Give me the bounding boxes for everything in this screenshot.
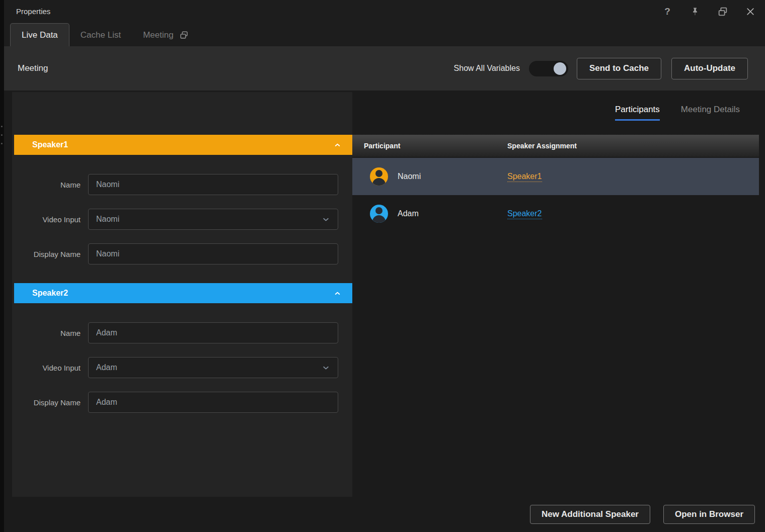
participant-avatar-icon	[370, 167, 388, 186]
name-label: Name	[12, 181, 88, 189]
float-window-icon[interactable]	[716, 5, 729, 18]
speaker2-video-input-select[interactable]: Adam	[88, 357, 338, 378]
show-all-variables-label: Show All Variables	[454, 64, 520, 73]
tab-bar: Live Data Cache List Meeting	[4, 23, 765, 47]
float-window-icon	[717, 6, 728, 17]
speaker1-section-title: Speaker1	[32, 140, 68, 149]
footer-buttons: New Additional Speaker Open in Browser	[530, 505, 755, 524]
collapse-chevron-up-icon[interactable]	[334, 141, 341, 149]
window-edge	[0, 0, 4, 532]
speaker1-section-header[interactable]: Speaker1	[14, 135, 352, 155]
display-name-label: Display Name	[12, 398, 88, 407]
pin-icon	[690, 7, 700, 17]
speaker1-section: Speaker1 Name Video Input Naomi	[12, 135, 352, 264]
close-icon	[745, 7, 755, 17]
main-content: Participants Meeting Details Speaker1 Na…	[4, 91, 765, 532]
video-input-label: Video Input	[12, 215, 88, 224]
speaker2-video-input-row: Video Input Adam	[12, 357, 338, 378]
speaker2-name-row: Name	[12, 322, 338, 343]
pop-out-icon[interactable]	[179, 30, 189, 40]
speaker1-video-input-value: Naomi	[96, 215, 119, 224]
new-additional-speaker-button[interactable]: New Additional Speaker	[530, 505, 650, 524]
tab-cache-list[interactable]: Cache List	[69, 23, 132, 47]
display-name-label: Display Name	[12, 250, 88, 258]
speaker1-video-input-row: Video Input Naomi	[12, 209, 338, 230]
column-header-speaker-assignment: Speaker Assignment	[507, 142, 577, 150]
participant-name: Naomi	[398, 172, 421, 181]
tab-meeting-label: Meeting	[143, 30, 173, 40]
speaker2-display-name-input[interactable]	[88, 392, 338, 413]
speaker-assignment-link[interactable]: Speaker1	[507, 171, 542, 182]
table-header: Participant Speaker Assignment	[352, 135, 759, 157]
table-row[interactable]: Adam Speaker2	[352, 195, 759, 232]
speaker1-name-input[interactable]	[88, 174, 338, 195]
chevron-down-icon	[322, 215, 330, 224]
speaker2-display-name-row: Display Name	[12, 392, 338, 413]
table-row[interactable]: Naomi Speaker1	[352, 158, 759, 195]
source-title: Meeting	[18, 63, 48, 73]
video-input-label: Video Input	[12, 364, 88, 372]
tab-participants[interactable]: Participants	[615, 105, 660, 121]
speaker2-section: Speaker2 Name Video Input Adam	[12, 283, 352, 413]
speaker1-display-name-row: Display Name	[12, 243, 338, 264]
speaker2-section-title: Speaker2	[32, 289, 68, 298]
toolbar: Meeting Show All Variables Send to Cache…	[4, 46, 765, 91]
title-bar: Properties ?	[4, 0, 765, 23]
tab-live-data-label: Live Data	[22, 30, 58, 40]
auto-update-button[interactable]: Auto-Update	[671, 58, 748, 79]
speaker2-video-input-value: Adam	[96, 363, 117, 372]
toggle-knob	[554, 62, 566, 75]
speakers-panel: Speaker1 Name Video Input Naomi	[12, 92, 352, 497]
column-header-participant: Participant	[352, 142, 507, 150]
participants-table: Participant Speaker Assignment Naomi Spe…	[352, 135, 759, 232]
participant-name: Adam	[398, 209, 419, 218]
tab-live-data[interactable]: Live Data	[10, 23, 69, 47]
tab-cache-list-label: Cache List	[81, 30, 121, 40]
view-tabs: Participants Meeting Details	[615, 105, 740, 121]
help-icon[interactable]: ?	[661, 5, 674, 18]
show-all-variables-toggle[interactable]	[529, 61, 568, 76]
name-label: Name	[12, 329, 88, 337]
close-icon[interactable]	[744, 5, 757, 18]
speaker1-display-name-input[interactable]	[88, 243, 338, 264]
speaker2-section-header[interactable]: Speaker2	[14, 283, 352, 303]
tab-meeting[interactable]: Meeting	[132, 23, 199, 47]
tab-meeting-details[interactable]: Meeting Details	[681, 105, 740, 121]
speaker1-video-input-select[interactable]: Naomi	[88, 209, 338, 230]
participant-avatar-icon	[370, 205, 388, 223]
speaker-assignment-link[interactable]: Speaker2	[507, 209, 542, 219]
properties-window: Properties ? Live Data	[0, 0, 765, 532]
speaker2-name-input[interactable]	[88, 322, 338, 343]
send-to-cache-button[interactable]: Send to Cache	[577, 58, 661, 79]
pin-icon[interactable]	[688, 5, 702, 18]
speaker1-name-row: Name	[12, 174, 338, 195]
collapse-chevron-up-icon[interactable]	[334, 290, 341, 297]
drag-grip-handle[interactable]	[1, 126, 3, 144]
titlebar-icons: ?	[661, 5, 757, 18]
chevron-down-icon	[322, 364, 330, 372]
window-title: Properties	[16, 7, 50, 16]
open-in-browser-button[interactable]: Open in Browser	[663, 505, 755, 524]
